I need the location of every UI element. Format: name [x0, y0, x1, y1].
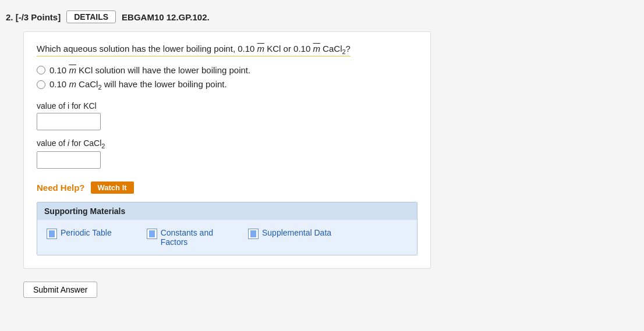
periodic-table-label: Periodic Table	[61, 228, 112, 237]
constants-factors-link[interactable]: Constants andFactors	[147, 228, 213, 247]
constants-factors-icon	[147, 229, 157, 239]
cacl2-input[interactable]	[37, 151, 101, 169]
constants-factors-label: Constants andFactors	[161, 228, 213, 247]
radio-label-1: 0.10 m KCl solution will have the lower …	[49, 65, 250, 75]
submit-answer-button[interactable]: Submit Answer	[23, 282, 97, 298]
periodic-table-link[interactable]: Periodic Table	[47, 228, 112, 239]
question-text: Which aqueous solution has the lower boi…	[37, 44, 351, 56]
radio-option-1[interactable]: 0.10 m KCl solution will have the lower …	[37, 65, 417, 75]
radio-input-2[interactable]	[37, 80, 45, 89]
question-text-wrap: Which aqueous solution has the lower boi…	[37, 42, 417, 57]
supporting-materials-body: Periodic Table Constants andFactors Supp…	[37, 220, 417, 255]
points-label: 2. [-/3 Points]	[6, 12, 61, 22]
kci-field-label: value of i for KCl	[37, 101, 417, 111]
cacl2-field-label: value of i for CaCl2	[37, 138, 417, 150]
page-wrapper: 2. [-/3 Points] DETAILS EBGAM10 12.GP.10…	[0, 0, 644, 331]
radio-input-1[interactable]	[37, 66, 45, 74]
need-help-label: Need Help?	[37, 183, 85, 193]
question-box: Which aqueous solution has the lower boi…	[23, 31, 431, 269]
periodic-table-icon	[47, 229, 57, 239]
supporting-materials: Supporting Materials Periodic Table Cons…	[37, 202, 417, 255]
details-button[interactable]: DETAILS	[66, 10, 116, 23]
radio-group: 0.10 m KCl solution will have the lower …	[37, 65, 417, 91]
question-code: EBGAM10 12.GP.102.	[122, 12, 210, 22]
watch-it-button[interactable]: Watch It	[91, 181, 134, 194]
radio-option-2[interactable]: 0.10 m CaCl2 will have the lower boiling…	[37, 79, 417, 91]
supplemental-data-label: Supplemental Data	[262, 228, 331, 237]
supplemental-data-link[interactable]: Supplemental Data	[248, 228, 331, 239]
need-help-row: Need Help? Watch It	[37, 181, 417, 194]
supporting-materials-header: Supporting Materials	[37, 202, 417, 220]
question-header: 2. [-/3 Points] DETAILS EBGAM10 12.GP.10…	[6, 10, 638, 23]
radio-label-2: 0.10 m CaCl2 will have the lower boiling…	[49, 79, 227, 91]
kci-input[interactable]	[37, 113, 101, 130]
supplemental-data-icon	[248, 229, 259, 239]
